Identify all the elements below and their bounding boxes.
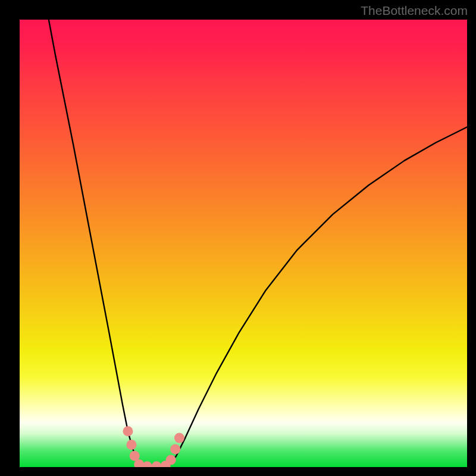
gradient-background [20,20,467,467]
marker-point [174,433,184,443]
marker-point [170,444,180,454]
watermark-text: TheBottleneck.com [361,4,468,18]
outer-frame: TheBottleneck.com [0,0,476,476]
marker-point [123,426,133,436]
marker-point [127,440,137,450]
chart-svg [20,20,467,467]
plot-area [20,20,467,467]
marker-point [166,455,176,465]
